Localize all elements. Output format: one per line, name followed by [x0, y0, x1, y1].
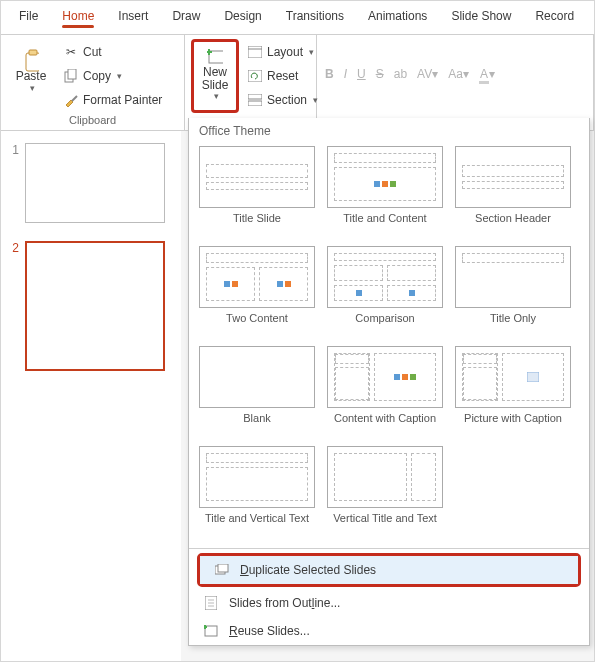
brush-icon — [63, 92, 79, 108]
ribbon: Paste ▾ ✂ Cut Copy ▾ — [1, 35, 594, 131]
dropdown-title: Office Theme — [189, 118, 589, 146]
chevron-down-icon: ▾ — [30, 84, 35, 94]
chevron-down-icon: ▾ — [309, 47, 314, 57]
format-painter-label: Format Painter — [83, 93, 162, 107]
format-painter-button[interactable]: Format Painter — [59, 89, 166, 111]
new-slide-dropdown: Office Theme Title Slide Title and Conte… — [188, 118, 590, 646]
layout-title-only[interactable]: Title Only — [455, 246, 571, 338]
thumb-number: 2 — [7, 241, 19, 255]
change-case-button[interactable]: Aa▾ — [448, 67, 469, 81]
tab-slideshow[interactable]: Slide Show — [439, 5, 523, 34]
svg-rect-13 — [527, 372, 539, 382]
tab-record[interactable]: Record — [523, 5, 586, 34]
shadow-button[interactable]: ab — [394, 67, 407, 81]
layout-title-vertical-text[interactable]: Title and Vertical Text — [199, 446, 315, 538]
reset-button[interactable]: Reset — [243, 65, 322, 87]
layout-button[interactable]: Layout▾ — [243, 41, 322, 63]
tab-draw[interactable]: Draw — [160, 5, 212, 34]
highlight-new-slide: New Slide ▾ — [191, 39, 239, 113]
tab-file[interactable]: File — [7, 5, 50, 34]
tab-animations[interactable]: Animations — [356, 5, 439, 34]
underline-button[interactable]: U — [357, 67, 366, 81]
highlight-duplicate: Duplicate Selected Slides — [197, 553, 581, 587]
layout-label: Layout — [267, 45, 303, 59]
svg-rect-8 — [248, 46, 262, 58]
group-font: B I U S ab AV▾ Aa▾ A▾ — [317, 35, 594, 130]
layout-title-content[interactable]: Title and Content — [327, 146, 443, 238]
char-spacing-button[interactable]: AV▾ — [417, 67, 438, 81]
tab-insert[interactable]: Insert — [106, 5, 160, 34]
slides-from-outline-item[interactable]: Slides from Outline... — [189, 589, 589, 617]
tab-home[interactable]: Home — [50, 5, 106, 34]
bold-button[interactable]: B — [325, 67, 334, 81]
new-slide-icon — [207, 50, 223, 66]
slide-thumbnails: 1 2 — [1, 131, 181, 662]
paste-icon — [23, 54, 39, 70]
svg-rect-11 — [248, 94, 262, 99]
layout-gallery: Title Slide Title and Content Section He… — [189, 146, 589, 544]
duplicate-icon — [214, 562, 230, 578]
reuse-icon — [203, 623, 219, 639]
layout-title-slide[interactable]: Title Slide — [199, 146, 315, 238]
slide-thumbnail-1[interactable] — [25, 143, 165, 223]
tab-design[interactable]: Design — [212, 5, 273, 34]
chevron-down-icon: ▾ — [117, 71, 122, 81]
chevron-down-icon: ▾ — [214, 92, 219, 102]
layout-vertical-title-text[interactable]: Vertical Title and Text — [327, 446, 443, 538]
section-button[interactable]: Section▾ — [243, 89, 322, 111]
layout-blank[interactable]: Blank — [199, 346, 315, 438]
cut-button[interactable]: ✂ Cut — [59, 41, 166, 63]
strike-button[interactable]: S — [376, 67, 384, 81]
svg-rect-12 — [248, 101, 262, 106]
new-slide-button[interactable]: New Slide ▾ — [195, 43, 235, 109]
ribbon-tabs: File Home Insert Draw Design Transitions… — [1, 1, 594, 35]
new-slide-label: New Slide — [202, 66, 229, 92]
reset-icon — [247, 68, 263, 84]
copy-label: Copy — [83, 69, 111, 83]
font-color-button[interactable]: A▾ — [479, 67, 495, 81]
cut-label: Cut — [83, 45, 102, 59]
slide-thumbnail-2[interactable] — [25, 241, 165, 371]
svg-line-4 — [72, 96, 77, 101]
svg-rect-1 — [29, 50, 37, 55]
copy-button[interactable]: Copy ▾ — [59, 65, 166, 87]
italic-button[interactable]: I — [344, 67, 347, 81]
svg-rect-10 — [248, 70, 262, 82]
reset-label: Reset — [267, 69, 298, 83]
duplicate-slides-item[interactable]: Duplicate Selected Slides — [200, 556, 578, 584]
paste-label: Paste — [16, 70, 47, 83]
copy-icon — [63, 68, 79, 84]
thumb-number: 1 — [7, 143, 19, 157]
svg-rect-15 — [218, 564, 228, 572]
paste-button[interactable]: Paste ▾ — [7, 39, 55, 109]
reuse-slides-item[interactable]: Reuse Slides... — [189, 617, 589, 645]
section-label: Section — [267, 93, 307, 107]
layout-section-header[interactable]: Section Header — [455, 146, 571, 238]
scissors-icon: ✂ — [63, 44, 79, 60]
layout-two-content[interactable]: Two Content — [199, 246, 315, 338]
tab-transitions[interactable]: Transitions — [274, 5, 356, 34]
layout-content-caption[interactable]: Content with Caption — [327, 346, 443, 438]
group-clipboard: Paste ▾ ✂ Cut Copy ▾ — [1, 35, 185, 130]
group-label-clipboard: Clipboard — [7, 114, 178, 128]
section-icon — [247, 92, 263, 108]
layout-icon — [247, 44, 263, 60]
outline-icon — [203, 595, 219, 611]
layout-picture-caption[interactable]: Picture with Caption — [455, 346, 571, 438]
group-slides: New Slide ▾ Layout▾ Reset Section▾ — [185, 35, 317, 130]
layout-comparison[interactable]: Comparison — [327, 246, 443, 338]
svg-rect-3 — [68, 69, 76, 79]
